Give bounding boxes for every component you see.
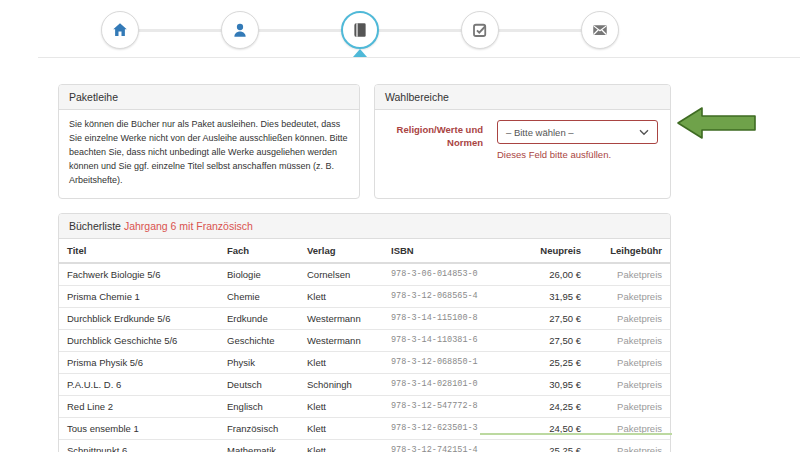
cell-titel: P.A.U.L. D. 6 — [59, 373, 219, 395]
cell-verlag: Westermann — [299, 329, 383, 351]
page: Paketleihe Sie können die Bücher nur als… — [0, 0, 800, 452]
check-square-icon — [471, 21, 489, 39]
col-header-fach: Fach — [219, 239, 299, 263]
cell-leihgebuehr: Paketpreis — [589, 329, 670, 351]
table-row: Red Line 2 Englisch Klett 978-3-12-54777… — [59, 395, 670, 417]
cell-verlag: Cornelsen — [299, 263, 383, 286]
religion-select[interactable]: – Bitte wählen – — [497, 120, 658, 144]
table-header-row: Titel Fach Verlag ISBN Neupreis Leihgebü… — [59, 239, 670, 263]
cell-titel: Schnittpunkt 6 — [59, 439, 219, 452]
cell-verlag: Klett — [299, 285, 383, 307]
cell-titel: Durchblick Erdkunde 5/6 — [59, 307, 219, 329]
chevron-down-icon — [639, 127, 649, 138]
cell-leihgebuehr: Paketpreis — [589, 417, 670, 439]
step-books[interactable] — [341, 11, 379, 49]
cell-verlag: Klett — [299, 439, 383, 452]
cell-verlag: Klett — [299, 417, 383, 439]
cell-verlag: Schöningh — [299, 373, 383, 395]
cell-leihgebuehr: Paketpreis — [589, 351, 670, 373]
cell-titel: Prisma Physik 5/6 — [59, 351, 219, 373]
col-header-verlag: Verlag — [299, 239, 383, 263]
cell-fach: Französisch — [219, 417, 299, 439]
paketleihe-panel: Paketleihe Sie können die Bücher nur als… — [58, 84, 360, 199]
cell-neupreis: 25,25 € — [501, 351, 589, 373]
step-user[interactable] — [221, 11, 259, 49]
table-row: Durchblick Erdkunde 5/6 Erdkunde Westerm… — [59, 307, 670, 329]
cell-leihgebuehr: Paketpreis — [589, 395, 670, 417]
buecherliste-title-prefix: Bücherliste — [69, 220, 121, 232]
partial-next-panel-border — [480, 433, 672, 435]
buecherliste-panel: Bücherliste Jahrgang 6 mit Französisch T… — [58, 213, 671, 452]
cell-neupreis: 26,00 € — [501, 263, 589, 286]
table-row: Schnittpunkt 6 Mathematik Klett 978-3-12… — [59, 439, 670, 452]
table-row: Tous ensemble 1 Französisch Klett 978-3-… — [59, 417, 670, 439]
cell-neupreis: 31,95 € — [501, 285, 589, 307]
paketleihe-text: Sie können die Bücher nur als Paket ausl… — [69, 118, 349, 188]
col-header-neupreis: Neupreis — [501, 239, 589, 263]
cell-leihgebuehr: Paketpreis — [589, 373, 670, 395]
cell-isbn: 978-3-12-623501-3 — [383, 417, 501, 439]
religion-select-value: – Bitte wählen – — [506, 127, 574, 138]
cell-titel: Tous ensemble 1 — [59, 417, 219, 439]
cell-isbn: 978-3-14-028101-0 — [383, 373, 501, 395]
col-header-titel: Titel — [59, 239, 219, 263]
wahlbereiche-title: Wahlbereiche — [375, 85, 670, 110]
religion-field-label: Religion/Werte und Normen — [387, 120, 483, 160]
cell-isbn: 978-3-06-014853-0 — [383, 263, 501, 286]
table-row: P.A.U.L. D. 6 Deutsch Schöningh 978-3-14… — [59, 373, 670, 395]
cell-fach: Physik — [219, 351, 299, 373]
cell-verlag: Westermann — [299, 307, 383, 329]
cell-leihgebuehr: Paketpreis — [589, 307, 670, 329]
cell-isbn: 978-3-12-068850-1 — [383, 351, 501, 373]
cell-isbn: 978-3-12-068565-4 — [383, 285, 501, 307]
books-table: Titel Fach Verlag ISBN Neupreis Leihgebü… — [59, 239, 670, 452]
active-step-caret — [353, 49, 367, 57]
table-row: Prisma Physik 5/6 Physik Klett 978-3-12-… — [59, 351, 670, 373]
cell-leihgebuehr: Paketpreis — [589, 439, 670, 452]
cell-titel: Durchblick Geschichte 5/6 — [59, 329, 219, 351]
cell-fach: Mathematik — [219, 439, 299, 452]
cell-neupreis: 27,50 € — [501, 329, 589, 351]
progress-stepper — [0, 0, 800, 58]
table-row: Durchblick Geschichte 5/6 Geschichte Wes… — [59, 329, 670, 351]
main-content: Paketleihe Sie können die Bücher nur als… — [58, 84, 671, 452]
step-confirm[interactable] — [461, 11, 499, 49]
cell-fach: Erdkunde — [219, 307, 299, 329]
cell-neupreis: 24,50 € — [501, 417, 589, 439]
cell-titel: Fachwerk Biologie 5/6 — [59, 263, 219, 286]
cell-isbn: 978-3-12-742151-4 — [383, 439, 501, 452]
cell-neupreis: 30,95 € — [501, 373, 589, 395]
cell-leihgebuehr: Paketpreis — [589, 263, 670, 286]
col-header-isbn: ISBN — [383, 239, 501, 263]
religion-field-error: Dieses Feld bitte ausfüllen. — [497, 149, 658, 160]
table-row: Prisma Chemie 1 Chemie Klett 978-3-12-06… — [59, 285, 670, 307]
header-divider — [38, 57, 800, 58]
cell-isbn: 978-3-14-115100-8 — [383, 307, 501, 329]
cell-verlag: Klett — [299, 395, 383, 417]
cell-isbn: 978-3-12-547772-8 — [383, 395, 501, 417]
step-mail[interactable] — [581, 11, 619, 49]
col-header-leihgebuehr: Leihgebühr — [589, 239, 670, 263]
cell-verlag: Klett — [299, 351, 383, 373]
cell-fach: Geschichte — [219, 329, 299, 351]
cell-titel: Red Line 2 — [59, 395, 219, 417]
cell-fach: Deutsch — [219, 373, 299, 395]
step-home[interactable] — [101, 11, 139, 49]
buecherliste-title: Bücherliste Jahrgang 6 mit Französisch — [59, 214, 670, 239]
book-icon — [351, 21, 369, 39]
cell-titel: Prisma Chemie 1 — [59, 285, 219, 307]
cell-isbn: 978-3-14-110381-6 — [383, 329, 501, 351]
cell-neupreis: 25,25 € — [501, 439, 589, 452]
buecherliste-title-highlight: Jahrgang 6 mit Französisch — [124, 220, 253, 232]
cell-fach: Chemie — [219, 285, 299, 307]
envelope-icon — [591, 21, 609, 39]
cell-leihgebuehr: Paketpreis — [589, 285, 670, 307]
cell-fach: Englisch — [219, 395, 299, 417]
wahlbereiche-panel: Wahlbereiche Religion/Werte und Normen –… — [374, 84, 671, 199]
cell-neupreis: 27,50 € — [501, 307, 589, 329]
paketleihe-title: Paketleihe — [59, 85, 359, 110]
cell-fach: Biologie — [219, 263, 299, 286]
user-icon — [231, 21, 249, 39]
attention-arrow-icon — [676, 105, 758, 141]
home-icon — [111, 21, 129, 39]
